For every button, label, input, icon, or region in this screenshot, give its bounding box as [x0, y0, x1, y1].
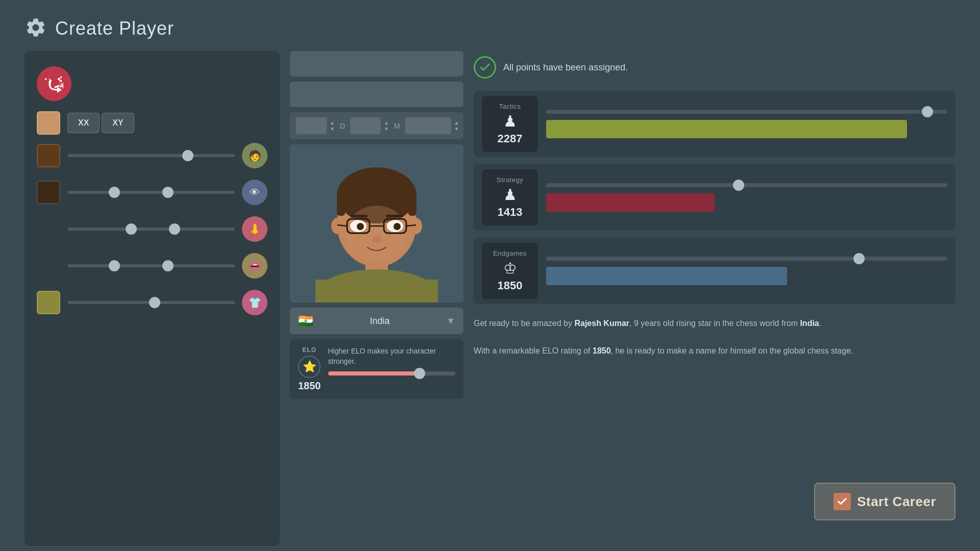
main-layout: XX XY 🧑 — [0, 51, 980, 546]
dropdown-arrow: ▼ — [446, 316, 455, 327]
hair-icon: 🧑 — [249, 149, 261, 162]
desc-part6: , he is ready to make a name for himself… — [611, 346, 853, 355]
avatar-image — [290, 144, 463, 303]
endgames-bar — [546, 267, 787, 285]
day-stepper[interactable]: ▲ ▼ — [330, 120, 335, 132]
checkmark-icon — [479, 61, 491, 73]
endgames-stat-card: Endgames ♔ 1850 — [474, 238, 955, 304]
eye-icon-circle[interactable]: 👁 — [242, 180, 267, 205]
strategy-stat-card: Strategy ♟ 1413 — [474, 164, 955, 231]
desc-part1: Get ready to be amazed by — [474, 319, 574, 328]
mouth-icon-circle[interactable]: 👄 — [242, 253, 267, 279]
elo-description: Higher ELO makes your character stronger… — [328, 346, 456, 366]
start-career-check-icon — [834, 493, 851, 510]
skin-color-swatch[interactable] — [37, 111, 60, 135]
clothes-icon-circle[interactable]: 👕 — [242, 290, 267, 315]
year-down-arrow[interactable]: ▼ — [454, 127, 459, 132]
desc-player-name: Rajesh Kumar — [574, 319, 629, 328]
endgames-piece: ♔ — [503, 259, 517, 277]
all-assigned-banner: All points have been assigned. — [474, 51, 955, 84]
nose-style-slider[interactable] — [67, 221, 235, 237]
clothes-style-slider[interactable] — [67, 295, 235, 310]
first-name-input[interactable]: Rajesh — [290, 51, 463, 77]
strategy-slider[interactable] — [546, 183, 947, 187]
elo-section: ELO ⭐ 1850 Higher ELO makes your charact… — [290, 339, 463, 399]
eye-icon: 👁 — [250, 187, 260, 198]
endgames-value: 1850 — [498, 279, 523, 292]
player-description: Get ready to be amazed by Rajesh Kumar, … — [474, 311, 955, 363]
nose-icon: 👃 — [249, 223, 261, 235]
strategy-piece: ♟ — [503, 186, 517, 204]
elo-slider[interactable] — [328, 371, 456, 375]
month-input[interactable]: 5 — [350, 117, 381, 134]
clothes-icon: 👕 — [249, 296, 261, 309]
desc-part5: With a remarkable ELO rating of — [474, 346, 593, 355]
desc-country: India — [800, 319, 819, 328]
assigned-message: All points have been assigned. — [503, 62, 628, 73]
mouth-icon: 👄 — [249, 260, 261, 272]
last-name-input[interactable]: Kumar — [290, 82, 463, 107]
tactics-slider[interactable] — [546, 110, 947, 114]
avatar-frame — [290, 144, 463, 303]
clothes-style-row: 👕 — [37, 290, 267, 315]
gender-buttons: XX XY — [67, 113, 134, 133]
mouth-style-slider[interactable] — [67, 258, 235, 273]
svg-rect-4 — [315, 280, 438, 303]
tactics-value: 2287 — [498, 132, 523, 145]
page-title: Create Player — [55, 18, 174, 39]
tactics-stat-card: Tactics ♟ 2287 — [474, 91, 955, 157]
strategy-slider-area — [546, 183, 947, 212]
svg-rect-13 — [386, 215, 403, 217]
month-stepper[interactable]: ▲ ▼ — [384, 120, 389, 132]
svg-rect-7 — [337, 190, 345, 216]
hair-style-slider[interactable] — [67, 148, 235, 163]
endgames-slider-area — [546, 257, 947, 285]
left-panel: XX XY 🧑 — [24, 51, 280, 546]
hair-icon-circle[interactable]: 🧑 — [242, 143, 267, 168]
gender-xy-button[interactable]: XY — [102, 113, 134, 133]
strategy-label: Strategy — [497, 176, 523, 184]
eye-color-swatch[interactable] — [37, 181, 60, 204]
elo-right: Higher ELO makes your character stronger… — [328, 346, 456, 375]
desc-elo: 1850 — [593, 346, 611, 355]
strategy-value: 1413 — [498, 206, 523, 219]
desc-age: 9 — [634, 319, 639, 328]
month-up-arrow[interactable]: ▲ — [384, 120, 389, 126]
eye-style-row: 👁 — [37, 180, 267, 205]
clothes-color-swatch[interactable] — [37, 291, 60, 314]
month-label: M — [392, 122, 402, 130]
year-input[interactable]: 2014 — [405, 117, 451, 134]
elo-left: ELO ⭐ 1850 — [298, 346, 321, 392]
nose-icon-circle[interactable]: 👃 — [242, 216, 267, 242]
hair-color-swatch[interactable] — [37, 144, 60, 167]
desc-part3: years old rising star in the chess world… — [639, 319, 800, 328]
country-select[interactable]: 🇮🇳 India ▼ — [290, 308, 463, 334]
start-career-button[interactable]: Start Career — [814, 483, 955, 520]
tactics-label: Tactics — [499, 103, 521, 110]
endgames-stat-box: Endgames ♔ 1850 — [482, 243, 538, 299]
month-down-arrow[interactable]: ▼ — [384, 127, 389, 132]
right-panel: All points have been assigned. Tactics ♟… — [474, 51, 955, 546]
endgames-slider[interactable] — [546, 257, 947, 261]
hair-style-row: 🧑 — [37, 143, 267, 168]
tactics-bar — [546, 120, 907, 138]
desc-part2: , — [629, 319, 634, 328]
elo-label: ELO — [302, 346, 316, 354]
svg-rect-12 — [350, 215, 368, 217]
mouth-style-row: 👄 — [37, 253, 267, 279]
page-header: Create Player — [0, 0, 980, 51]
date-row: 3 ▲ ▼ D 5 ▲ ▼ M 2014 ▲ ▼ — [290, 112, 463, 139]
gender-xx-button[interactable]: XX — [67, 113, 100, 133]
eye-style-slider[interactable] — [67, 185, 235, 200]
start-career-label: Start Career — [857, 494, 936, 510]
elo-value: 1850 — [298, 380, 321, 392]
skin-gender-row: XX XY — [37, 111, 267, 135]
tactics-stat-box: Tactics ♟ 2287 — [482, 96, 538, 152]
year-stepper[interactable]: ▲ ▼ — [454, 120, 459, 132]
day-input[interactable]: 3 — [296, 117, 327, 134]
strategy-bar — [546, 193, 715, 212]
random-button[interactable] — [37, 66, 71, 101]
year-up-arrow[interactable]: ▲ — [454, 120, 459, 126]
day-up-arrow[interactable]: ▲ — [330, 120, 335, 126]
day-down-arrow[interactable]: ▼ — [330, 127, 335, 132]
